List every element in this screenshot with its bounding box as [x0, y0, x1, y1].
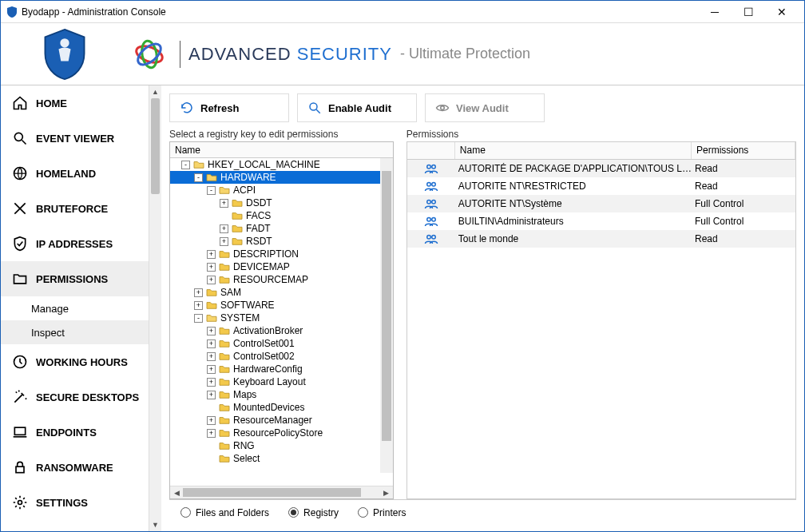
close-button[interactable]: ✕: [766, 1, 798, 23]
tree-node[interactable]: +DSDT: [170, 197, 393, 209]
radio-label: Printers: [373, 507, 406, 518]
scroll-left-icon[interactable]: ◀: [170, 486, 183, 498]
scroll-up-icon[interactable]: ▲: [149, 85, 161, 98]
expander-icon[interactable]: +: [207, 276, 216, 284]
tree-node[interactable]: +HardwareConfig: [170, 363, 393, 375]
tree-node[interactable]: +ControlSet001: [170, 337, 393, 350]
expander-icon[interactable]: +: [220, 199, 228, 208]
expander-icon[interactable]: +: [194, 301, 203, 310]
sidebar-item-ip-addresses[interactable]: IP ADDRESSES: [1, 226, 149, 261]
tree-node[interactable]: +ActivationBroker: [170, 324, 393, 337]
expander-icon[interactable]: -: [181, 161, 190, 169]
sidebar-item-working-hours[interactable]: WORKING HOURS: [1, 344, 149, 379]
sidebar-sub-inspect[interactable]: Inspect: [1, 320, 149, 344]
expander-icon[interactable]: +: [207, 263, 216, 272]
gear-icon: [12, 494, 28, 510]
scroll-right-icon[interactable]: ▶: [380, 486, 393, 498]
sidebar-item-settings[interactable]: SETTINGS: [1, 485, 149, 520]
tree-node-label: DSDT: [246, 197, 272, 208]
tree-node[interactable]: +FADT: [170, 222, 393, 235]
tree-node-label: Keyboard Layout: [233, 376, 306, 387]
enable-audit-button[interactable]: Enable Audit: [297, 93, 417, 122]
permissions-header[interactable]: Name Permissions: [407, 142, 795, 160]
sidebar-item-permissions[interactable]: PERMISSIONS: [1, 261, 149, 296]
tree-node[interactable]: +Maps: [170, 388, 393, 401]
tree-node[interactable]: +ResourcePolicyStore: [170, 427, 393, 439]
folder-icon: [219, 403, 230, 412]
sidebar-item-secure-desktops[interactable]: SECURE DESKTOPS: [1, 379, 149, 415]
tree-node-label: HardwareConfig: [233, 363, 303, 375]
scroll-thumb[interactable]: [151, 98, 160, 194]
tree-node[interactable]: FACS: [170, 209, 393, 222]
tree-node[interactable]: -SYSTEM: [170, 312, 393, 324]
tree-node[interactable]: +Keyboard Layout: [170, 375, 393, 388]
permission-value: Read: [692, 181, 795, 192]
tree-vertical-scrollbar[interactable]: [380, 158, 393, 473]
sidebar-item-home[interactable]: HOME: [1, 85, 149, 121]
refresh-button[interactable]: Refresh: [169, 93, 289, 122]
tree-node[interactable]: -ACPI: [170, 184, 393, 197]
expander-icon[interactable]: +: [207, 416, 216, 425]
maximize-button[interactable]: ☐: [732, 1, 764, 23]
expander-icon[interactable]: -: [194, 173, 203, 182]
permission-row[interactable]: AUTORITE NT\SystèmeFull Control: [407, 195, 795, 212]
radio-files-and-folders[interactable]: Files and Folders: [180, 507, 269, 518]
sidebar-item-ransomware[interactable]: RANSOMWARE: [1, 450, 149, 485]
expander-icon[interactable]: -: [194, 314, 203, 323]
tree-node[interactable]: -HKEY_LOCAL_MACHINE: [170, 158, 393, 171]
sidebar-item-event-viewer[interactable]: EVENT VIEWER: [1, 121, 149, 156]
permission-row[interactable]: AUTORITE NT\RESTRICTEDRead: [407, 177, 795, 195]
expander-icon[interactable]: +: [207, 339, 216, 348]
expander-icon[interactable]: +: [194, 288, 203, 297]
radio-registry[interactable]: Registry: [288, 507, 339, 518]
radio-printers[interactable]: Printers: [358, 507, 406, 518]
tree-body[interactable]: -HKEY_LOCAL_MACHINE-HARDWARE-ACPI+DSDTFA…: [170, 158, 393, 486]
tree-node[interactable]: -HARDWARE: [170, 171, 393, 184]
permission-name: AUTORITE NT\Système: [455, 198, 692, 209]
permission-row[interactable]: AUTORITÉ DE PACKAGE D'APPLICATION\TOUS L…: [407, 160, 795, 177]
app-shield-icon: [7, 6, 17, 18]
sidebar-item-label: ENDPOINTS: [36, 427, 97, 439]
sidebar-scrollbar[interactable]: ▲ ▼: [149, 85, 161, 531]
expander-icon[interactable]: +: [220, 224, 228, 233]
tree-node[interactable]: +ControlSet002: [170, 350, 393, 363]
tree-node[interactable]: +SAM: [170, 286, 393, 299]
expander-icon[interactable]: +: [207, 429, 216, 438]
tree-horizontal-scrollbar[interactable]: ◀ ▶: [170, 486, 393, 498]
expander-icon[interactable]: +: [207, 352, 216, 361]
minimize-button[interactable]: ─: [699, 1, 731, 23]
sidebar-item-homeland[interactable]: HOMELAND: [1, 156, 149, 191]
sidebar-item-endpoints[interactable]: ENDPOINTS: [1, 415, 149, 450]
view-audit-button[interactable]: View Audit: [425, 93, 545, 122]
tree-node[interactable]: Select: [170, 452, 393, 465]
radio-dot-icon: [358, 507, 368, 518]
svg-point-3: [134, 40, 165, 69]
permission-row[interactable]: Tout le mondeRead: [407, 230, 795, 248]
sidebar-sub-manage[interactable]: Manage: [1, 296, 149, 320]
tree-node[interactable]: +DEVICEMAP: [170, 260, 393, 273]
expander-icon[interactable]: +: [207, 378, 216, 387]
tree-node[interactable]: +DESCRIPTION: [170, 248, 393, 260]
eye-icon: [435, 101, 450, 115]
col-permissions: Permissions: [692, 142, 795, 159]
tree-header[interactable]: Name: [170, 142, 393, 158]
svg-point-10: [18, 501, 22, 505]
expander-icon[interactable]: +: [207, 327, 216, 335]
expander-icon[interactable]: +: [207, 391, 216, 399]
tree-node[interactable]: +RSDT: [170, 235, 393, 248]
tree-node[interactable]: +SOFTWARE: [170, 299, 393, 312]
tree-node[interactable]: RNG: [170, 439, 393, 452]
tree-node[interactable]: +ResourceManager: [170, 414, 393, 427]
expander-icon[interactable]: +: [220, 237, 228, 246]
expander-icon[interactable]: +: [207, 250, 216, 259]
tree-node[interactable]: +RESOURCEMAP: [170, 273, 393, 286]
tree-node[interactable]: MountedDevices: [170, 401, 393, 414]
tree-node-label: HKEY_LOCAL_MACHINE: [208, 159, 320, 170]
folder-icon: [219, 364, 230, 374]
scroll-down-icon[interactable]: ▼: [149, 518, 161, 531]
svg-point-20: [427, 218, 431, 222]
sidebar-item-bruteforce[interactable]: BRUTEFORCE: [1, 191, 149, 226]
permission-row[interactable]: BUILTIN\AdministrateursFull Control: [407, 212, 795, 230]
expander-icon[interactable]: -: [207, 186, 216, 195]
expander-icon[interactable]: +: [207, 365, 216, 374]
